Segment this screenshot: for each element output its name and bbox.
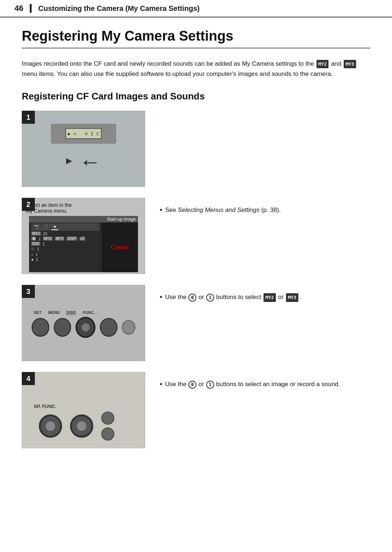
btn-set (32, 318, 49, 337)
btn-label-disp: DISP. (66, 310, 76, 315)
intro-and: and (331, 60, 343, 67)
step-2-row: 2 Select an item in theMy Camera menu. S… (22, 198, 370, 274)
page-content: Registering My Camera Settings Images re… (0, 17, 392, 463)
menu-icon-my3: MY3 (55, 237, 65, 241)
step-2-content: • See Selecting Menus and Settings (p. 3… (160, 198, 370, 222)
canon-logo: Canon (111, 244, 129, 251)
step-3-bullet-text-1: Use the 𝟘 or 𝟙 buttons to select MY2 or … (165, 292, 370, 302)
menu-icon-sun: ☉ (31, 247, 35, 252)
playback-icon: ▶ (66, 156, 72, 165)
bullet-dot-3: • (160, 379, 162, 389)
step-1-row: 1 ▶︎ ▫ ⊙ I C ▶ ← (22, 111, 370, 187)
intro-paragraph: Images recorded onto the CF card and new… (22, 59, 370, 79)
left-arrow-icon: ← (79, 149, 101, 174)
menu-row-3: EK0 1 (31, 242, 99, 246)
step-2-badge: 2 (22, 198, 35, 211)
dial-btn-right (70, 414, 93, 438)
step-3-bullet-1: • Use the 𝟘 or 𝟙 buttons to select MY2 o… (160, 292, 370, 302)
step-1-image: ▶︎ ▫ ⊙ I C ▶ ← (22, 111, 145, 187)
menu-val-5: 1 (36, 252, 38, 257)
page-header: 46 Customizing the Camera (My Camera Set… (0, 0, 392, 17)
menu-icon-disp: DISP (66, 237, 77, 241)
dial-btn-left-inner (46, 421, 55, 431)
menu-icon-circle: ● (31, 257, 34, 262)
btn-extra (122, 320, 135, 335)
page-title: Registering My Camera Settings (22, 28, 370, 49)
my2-select-icon: MY2 (264, 293, 275, 302)
steps-container: 1 ▶︎ ▫ ⊙ I C ▶ ← 2 (22, 111, 370, 448)
menu-preview: Canon (102, 222, 138, 272)
step-2-image-box: 2 Select an item in theMy Camera menu. S… (22, 198, 145, 274)
page-number: 46 (15, 4, 23, 13)
menu-val-1: 25 (43, 232, 48, 236)
dial-icon-left: 𝟘 (188, 294, 196, 302)
header-divider (30, 4, 32, 13)
dial-btn-right-inner (77, 421, 86, 431)
menu-icon-c2: c2 (79, 237, 86, 241)
step-2-label: Select an item in theMy Camera menu. (22, 200, 145, 216)
step-3-badge: 3 (22, 285, 35, 298)
header-title: Customizing the Camera (My Camera Settin… (38, 4, 200, 13)
my3-icon: MY3 (344, 60, 356, 68)
btn-func (100, 318, 118, 337)
btn-label-func: FUNC. (83, 310, 95, 315)
btn-disp (75, 317, 95, 338)
menu-screen: Start-up Image 📷 🎵 ★ MY2 25 (29, 216, 138, 272)
btn-menu (54, 318, 72, 337)
small-btn-2 (101, 428, 114, 441)
section-title: Registering CF Card Images and Sounds (22, 91, 370, 102)
intro-text-part2: menu items. You can also use the supplie… (22, 70, 333, 77)
step-4-bullet-text-1: Use the 𝟘 or 𝟙 buttons to select an imag… (165, 379, 370, 389)
step-4-image-box: 4 SP. FUNC. (22, 372, 145, 448)
dial-icon-right-4: 𝟙 (206, 381, 214, 389)
menu-row-4: ☉ 1 (31, 247, 99, 252)
menu-row-5: ♪ 1 (31, 252, 99, 257)
menu-icon-star: ✱ (31, 237, 36, 241)
step-4-badge: 4 (22, 372, 35, 385)
sp-func-label: SP. FUNC. (34, 404, 57, 409)
btn-label-menu: MENU (48, 310, 60, 315)
my2-icon: MY2 (317, 60, 328, 68)
intro-text-part1: Images recorded onto the CF card and new… (22, 60, 316, 67)
menu-val-3: 1 (42, 242, 45, 246)
menu-val-4: 1 (37, 247, 39, 251)
menu-icon-my2b: MY2 (43, 237, 53, 241)
menu-list: 📷 🎵 ★ MY2 25 ✱ 1 (29, 222, 102, 272)
step-1-image-box: 1 ▶︎ ▫ ⊙ I C ▶ ← (22, 111, 145, 187)
bullet-dot-1: • (160, 205, 162, 215)
bullet-dot-2: • (160, 292, 162, 302)
step-4-image: SP. FUNC. (22, 372, 145, 448)
step-2-bullet-1: • See Selecting Menus and Settings (p. 3… (160, 205, 370, 215)
btn-label-set: SET (34, 310, 41, 315)
menu-val-6: 1 (36, 257, 38, 262)
step-3-image: SET MENU DISP. FUNC. (22, 285, 145, 361)
menu-tab-3: ★ (52, 224, 58, 230)
dial-btn-left (39, 414, 62, 438)
step-4-bullet-1: • Use the 𝟘 or 𝟙 buttons to select an im… (160, 379, 370, 389)
step-4-content: • Use the 𝟘 or 𝟙 buttons to select an im… (160, 372, 370, 396)
btn-disp-inner (82, 323, 90, 331)
dial-icon-right: 𝟙 (206, 294, 214, 302)
menu-row-2: ✱ 1 MY2 MY3 DISP c2 (31, 237, 99, 241)
step-2-image: Select an item in theMy Camera menu. Sta… (22, 198, 145, 274)
camera-lcd: ▶︎ ▫ ⊙ I C (65, 128, 102, 139)
camera-top-panel: ▶︎ ▫ ⊙ I C (51, 124, 116, 144)
step-3-image-box: 3 SET MENU DISP. FUNC. (22, 285, 145, 361)
menu-icon-ek: EK0 (31, 242, 40, 246)
menu-row-6: ● 1 (31, 257, 99, 262)
menu-val-2: 1 (38, 237, 41, 241)
menu-icon-note: ♪ (31, 252, 33, 257)
italic-ref: Selecting Menus and Settings (178, 207, 260, 213)
menu-tab-1: 📷 (33, 224, 41, 230)
menu-body: 📷 🎵 ★ MY2 25 ✱ 1 (29, 222, 138, 272)
step-3-row: 3 SET MENU DISP. FUNC. (22, 285, 370, 361)
menu-icon-my2: MY2 (31, 232, 41, 236)
step-1-content (160, 111, 370, 118)
lcd-icons: ▶︎ ▫ ⊙ I C (68, 131, 99, 136)
step-1-badge: 1 (22, 111, 35, 124)
menu-row-1: MY2 25 (31, 232, 99, 236)
step-3-content: • Use the 𝟘 or 𝟙 buttons to select MY2 o… (160, 285, 370, 309)
dial-icon-left-4: 𝟘 (188, 381, 196, 389)
step-2-bullet-text-1: See Selecting Menus and Settings (p. 38)… (165, 205, 370, 215)
small-btn-1 (101, 412, 114, 425)
